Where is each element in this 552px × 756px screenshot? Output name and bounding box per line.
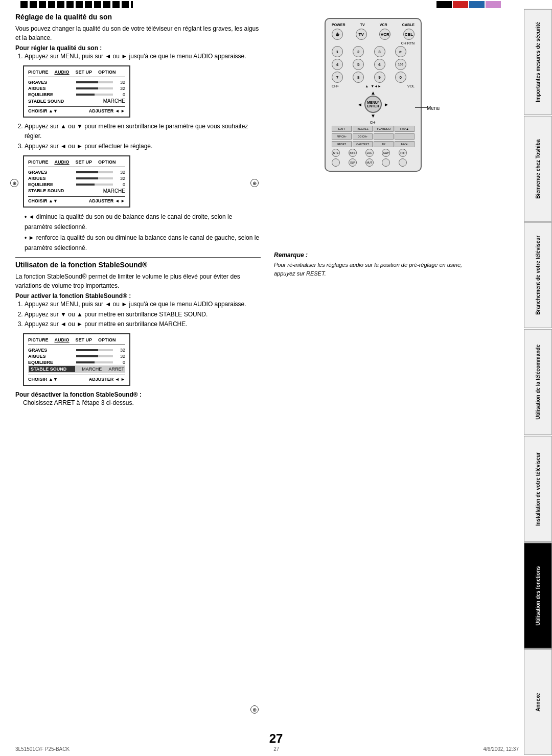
menu-header-1: PICTURE AUDIO SET UP OPTION xyxy=(28,70,125,77)
footer-right: 4/6/2002, 12:37 xyxy=(483,746,519,752)
remote-mode-row: ⏻ TV VCR CBL xyxy=(332,29,415,40)
remote-swap-btn[interactable]: SWP xyxy=(382,149,390,157)
footer: 3L51501C/F P25-BACK 27 4/6/2002, 12:37 xyxy=(15,746,519,752)
menu-row-graves-3: GRAVES 32 xyxy=(28,347,125,353)
remote-tv-video-btn[interactable]: TV/VIDEO xyxy=(374,126,394,132)
footer-center: 27 xyxy=(273,746,279,752)
remote-locate-btn[interactable]: LOC xyxy=(365,149,374,157)
remote-num-row1: 1 2 3 ⟳ xyxy=(332,46,415,57)
menu-row-graves-2: GRAVES 32 xyxy=(28,169,125,175)
main-content: Réglage de la qualité du son Vous pouvez… xyxy=(15,13,519,736)
remote-recall-btn[interactable]: RECALL xyxy=(353,126,373,132)
remote-ch-rtn-label: CH RTN xyxy=(332,41,415,45)
remote-btn-6[interactable]: 6 xyxy=(374,59,385,70)
sidebar-tab-bienvenue[interactable]: Bienvenue chez Toshiba xyxy=(524,116,552,222)
remote-small-circles-row2: SLP MUT xyxy=(332,158,415,167)
remote-reset-btn[interactable]: RESET xyxy=(332,141,352,147)
menu-row-graves-1: GRAVES 32 xyxy=(28,79,125,85)
section1-step3: Appuyez sur ◄ ou ► pour effectuer le rég… xyxy=(25,142,261,151)
sidebar: Importantes mesures de sécurité Bienvenu… xyxy=(524,0,552,756)
menu-screen-3: PICTURE AUDIO SET UP OPTION GRAVES 32 AI… xyxy=(23,333,130,386)
remote-btn-3[interactable]: 3 xyxy=(374,46,385,57)
remarque-section: Remarque : Pour ré-initialiser les régla… xyxy=(271,248,475,281)
remote-num-row2: 4 5 6 100 xyxy=(332,59,415,70)
remote-btn-1[interactable]: 1 xyxy=(332,46,343,57)
remote-btn-7[interactable]: 7 xyxy=(332,72,343,83)
remote-btn-ch-rtn[interactable]: ⟳ xyxy=(395,46,406,57)
remote-func-row3: RESET CAP/TEXT 1/2 FAV▼ xyxy=(332,141,415,147)
remote-vcr-btn[interactable]: VCR xyxy=(379,29,390,40)
remote-nav-up[interactable]: ▲ xyxy=(371,90,376,96)
sidebar-tab-annexe[interactable]: Annexe xyxy=(524,649,552,755)
remote-btn-2[interactable]: 2 xyxy=(353,46,364,57)
remote-pip-btn[interactable]: PIP xyxy=(399,149,407,157)
remote-bts-btn[interactable]: BTS xyxy=(349,149,357,157)
remote-tv-label: TV xyxy=(360,23,365,27)
menu-row-stable-1: STABLE SOUND MARCHE xyxy=(28,98,125,104)
remote-sleep-btn[interactable]: SLP xyxy=(349,158,357,167)
remote-fav-down-btn[interactable]: FAV▼ xyxy=(395,141,415,147)
remote-control: POWER TV VCR CABLE ⏻ TV VCR CBL CH RTN 1 xyxy=(325,18,422,172)
remote-vol-right-label: VOL xyxy=(407,84,415,88)
section1-steps: Appuyez sur MENU, puis sur ◄ ou ► jusqu'… xyxy=(15,52,261,61)
top-bar xyxy=(0,0,552,9)
remote-power-btn[interactable]: ⏻ xyxy=(332,29,343,40)
remote-sttl-btn[interactable]: STL xyxy=(332,149,340,157)
menu-header-2: PICTURE AUDIO SET UP OPTION xyxy=(28,159,125,167)
remote-num-row3: 7 8 9 0 xyxy=(332,72,415,83)
remote-btn-9[interactable]: 9 xyxy=(374,72,385,83)
color-square-red xyxy=(453,1,468,8)
remote-circle5-btn[interactable] xyxy=(399,158,407,167)
remote-vol-plus[interactable]: ► xyxy=(384,102,389,107)
section1-steps-2-3: Appuyez sur ▲ ou ▼ pour mettre en surbri… xyxy=(15,122,261,151)
section1-title: Réglage de la qualité du son xyxy=(15,13,261,21)
registration-circle-center: ⊕ xyxy=(250,179,259,187)
menu-footer-2: CHOISIR ▲▼ ADJUSTER ◄ ► xyxy=(28,196,125,203)
remote-ch-vol-row: CH+ ▲ ▼◄► VOL xyxy=(332,84,415,88)
remote-cable-btn[interactable]: CBL xyxy=(403,29,415,40)
remote-12-btn[interactable]: 1/2 xyxy=(374,141,394,147)
footer-left: 3L51501C/F P25-BACK xyxy=(15,746,70,752)
top-bar-pattern-left xyxy=(20,1,133,8)
remote-btn-5[interactable]: 5 xyxy=(353,59,364,70)
section1-intro: Vous pouvez changer la qualité du son de… xyxy=(15,24,261,42)
remote-btn-0[interactable]: 0 xyxy=(395,72,406,83)
section2-title: Utilisaton de la fonction StableSound® xyxy=(15,261,261,269)
registration-circle-bottom: ⊕ xyxy=(250,705,259,714)
sidebar-tab-branchement[interactable]: Branchement de votre téléviseur xyxy=(524,222,552,328)
remote-container: POWER TV VCR CABLE ⏻ TV VCR CBL CH RTN 1 xyxy=(271,18,475,105)
remote-btn-8[interactable]: 8 xyxy=(353,72,364,83)
menu-row-aigues-2: AIGUES 32 xyxy=(28,175,125,181)
remote-btn-100[interactable]: 100 xyxy=(395,59,406,70)
remote-captext-btn[interactable]: CAP/TEXT xyxy=(353,141,373,147)
remote-vol-minus[interactable]: ◄ xyxy=(357,102,362,107)
divider1 xyxy=(15,257,261,258)
remote-btn-4[interactable]: 4 xyxy=(332,59,343,70)
sidebar-tab-importantes[interactable]: Importantes mesures de sécurité xyxy=(524,9,552,115)
sidebar-tab-installation[interactable]: Installation de votre téléviseur xyxy=(524,436,552,542)
remote-arrow-up[interactable]: ▲ xyxy=(365,84,369,88)
remote-menu-enter-btn[interactable]: MENU/ENTER xyxy=(364,96,382,113)
remote-nav-down[interactable]: ▼ xyxy=(371,113,376,119)
remote-mute-btn[interactable]: MUT xyxy=(365,158,374,167)
remote-circle1-btn[interactable] xyxy=(332,158,340,167)
section1-step1: Appuyez sur MENU, puis sur ◄ ou ► jusqu'… xyxy=(25,52,261,61)
remote-exit-btn[interactable]: EXIT xyxy=(332,126,352,132)
remote-dd-ch-btn[interactable]: DD CH+ xyxy=(353,133,373,140)
remote-tv-btn[interactable]: TV xyxy=(356,29,367,40)
page-number: 27 xyxy=(269,731,283,746)
remote-vcr-label: VCR xyxy=(380,23,387,27)
sidebar-tab-telecommande[interactable]: Utilisation de la télécommande xyxy=(524,329,552,435)
sidebar-tab-fonctions[interactable]: Utilisation des fonctions xyxy=(524,543,552,649)
section2-step2: Appuyez sur ▼ ou ▲ pour mettre en surbri… xyxy=(25,310,261,319)
remote-pip-ch-btn[interactable]: PIP CH+ xyxy=(332,133,352,140)
menu-row-equilibre-3: EQUILIBRE 0 xyxy=(28,359,125,365)
remote-arrow-down-label: ▼◄► xyxy=(371,84,381,88)
remote-fav-up-btn[interactable]: FAV▲ xyxy=(395,126,415,132)
color-square-pink xyxy=(486,1,501,8)
section1-step2: Appuyez sur ▲ ou ▼ pour mettre en surbri… xyxy=(25,122,261,141)
remote-circle4-btn[interactable] xyxy=(382,158,390,167)
remote-ch-minus-label: CH- xyxy=(332,121,415,124)
section2-desactiver-label: Pour désactiver la fonction StableSound®… xyxy=(15,391,261,398)
remote-center-nav: ▲ MENU/ENTER ▼ xyxy=(364,90,382,119)
